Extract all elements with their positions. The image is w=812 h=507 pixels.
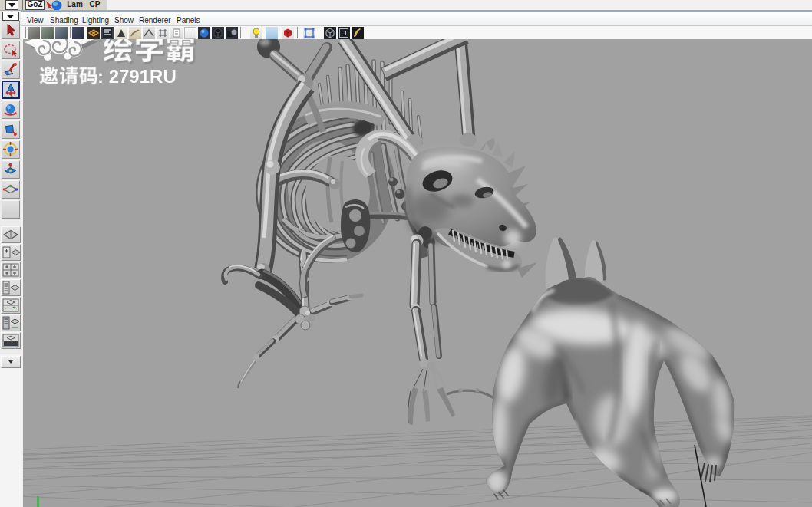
svg-text:: 2791RU: : 2791RU bbox=[97, 66, 177, 87]
